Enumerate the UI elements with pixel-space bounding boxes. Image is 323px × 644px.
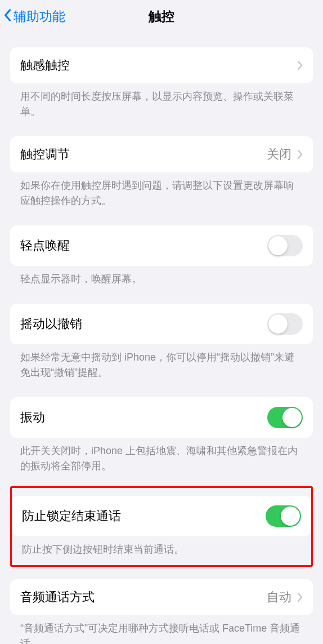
- section-tap-wake: 轻点唤醒 轻点显示器时，唤醒屏幕。: [0, 225, 323, 287]
- cell-label: 振动: [20, 409, 45, 426]
- nav-bar: 辅助功能 触控: [0, 0, 323, 33]
- cell-label: 防止锁定结束通话: [22, 508, 121, 525]
- cell-label: 触感触控: [20, 57, 70, 74]
- cell-prevent-lock-end-call: 防止锁定结束通话: [12, 496, 311, 536]
- section-footer: 防止按下侧边按钮时结束当前通话。: [12, 536, 311, 557]
- switch-tap-to-wake[interactable]: [267, 235, 303, 256]
- cell-label: 摇动以撤销: [20, 316, 82, 332]
- cell-shake-undo: 摇动以撤销: [10, 304, 313, 344]
- cell-audio-call-routing[interactable]: 音频通话方式 自动: [10, 579, 313, 615]
- section-vibration: 振动 此开关关闭时，iPhone 上包括地震、海啸和其他紧急警报在内的振动将全部…: [0, 397, 323, 474]
- switch-prevent-lock-end-call[interactable]: [266, 505, 301, 527]
- cell-label: 轻点唤醒: [20, 237, 70, 254]
- section-footer: “音频通话方式”可决定用哪种方式接听电话或 FaceTime 音频通话。: [10, 615, 313, 644]
- chevron-right-icon: [297, 60, 303, 70]
- section-accommodations: 触控调节 关闭 如果你在使用触控屏时遇到问题，请调整以下设置更改屏幕响应触控操作…: [0, 136, 323, 208]
- section-haptic: 触感触控 用不同的时间长度按压屏幕，以显示内容预览、操作或关联菜单。: [0, 47, 323, 119]
- section-footer: 如果你在使用触控屏时遇到问题，请调整以下设置更改屏幕响应触控操作的方式。: [10, 172, 313, 208]
- highlight-prevent-lock: 防止锁定结束通话 防止按下侧边按钮时结束当前通话。: [10, 486, 313, 567]
- cell-touch-accommodations[interactable]: 触控调节 关闭: [10, 136, 313, 172]
- section-footer: 如果经常无意中摇动到 iPhone，你可以停用“摇动以撤销”来避免出现“撤销”提…: [10, 344, 313, 380]
- back-label: 辅助功能: [14, 8, 65, 25]
- page-title: 触控: [149, 8, 174, 25]
- chevron-left-icon: [3, 8, 14, 24]
- section-shake-undo: 摇动以撤销 如果经常无意中摇动到 iPhone，你可以停用“摇动以撤销”来避免出…: [0, 304, 323, 380]
- switch-vibration[interactable]: [267, 407, 303, 428]
- cell-vibration: 振动: [10, 397, 313, 438]
- cell-haptic-touch[interactable]: 触感触控: [10, 47, 313, 83]
- section-audio-routing: 音频通话方式 自动 “音频通话方式”可决定用哪种方式接听电话或 FaceTime…: [0, 579, 323, 644]
- chevron-right-icon: [297, 149, 303, 159]
- section-footer: 用不同的时间长度按压屏幕，以显示内容预览、操作或关联菜单。: [10, 83, 313, 119]
- cell-label: 音频通话方式: [20, 589, 95, 606]
- back-button[interactable]: 辅助功能: [0, 8, 65, 25]
- cell-label: 触控调节: [20, 146, 70, 163]
- cell-tap-to-wake: 轻点唤醒: [10, 225, 313, 266]
- cell-value: 自动: [267, 589, 291, 606]
- section-footer: 轻点显示器时，唤醒屏幕。: [10, 266, 313, 287]
- section-footer: 此开关关闭时，iPhone 上包括地震、海啸和其他紧急警报在内的振动将全部停用。: [10, 438, 313, 474]
- switch-shake-undo[interactable]: [267, 313, 303, 335]
- cell-value: 关闭: [267, 146, 291, 163]
- chevron-right-icon: [297, 592, 303, 602]
